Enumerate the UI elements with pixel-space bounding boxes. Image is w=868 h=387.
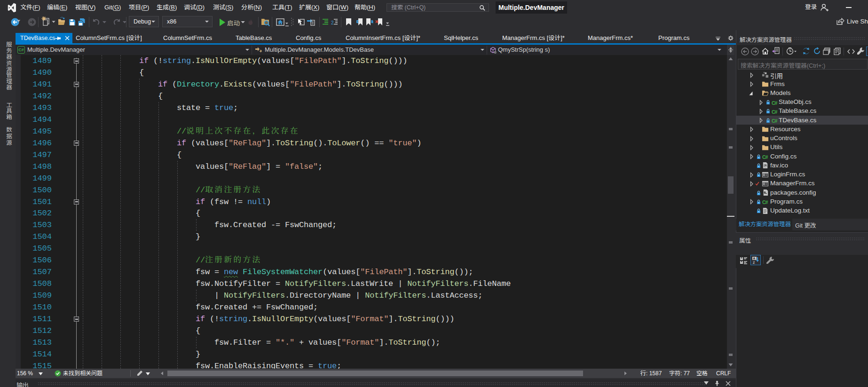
- svg-text:2: 2: [331, 20, 334, 25]
- svg-text:A: A: [753, 257, 755, 260]
- svg-text:Z: Z: [753, 261, 755, 264]
